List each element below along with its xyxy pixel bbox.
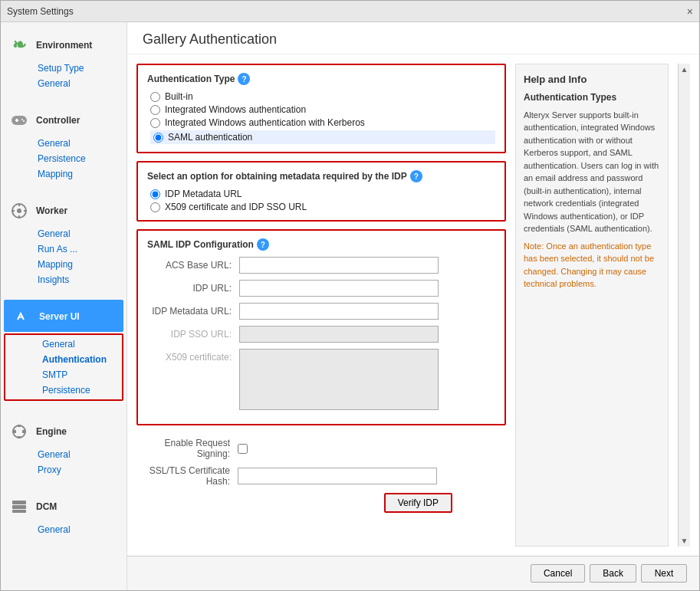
sidebar-category-server-ui: Server UI <box>4 300 123 332</box>
sidebar-item-dcm-general[interactable]: General <box>1 522 127 537</box>
extra-fields: Enable Request Signing: SSL/TLS Certific… <box>136 433 506 517</box>
idp-metadata-url-label: IDP Metadata URL: <box>147 306 239 317</box>
window-title: System Settings <box>7 6 74 17</box>
radio-x509[interactable]: X509 certificate and IDP SSO URL <box>150 202 495 212</box>
idp-url-input[interactable] <box>239 280 439 297</box>
acs-base-url-label: ACS Base URL: <box>147 260 239 271</box>
auth-type-help-icon[interactable]: ? <box>238 73 250 85</box>
radio-iwa-kerberos[interactable]: Integrated Windows authentication with K… <box>150 117 495 128</box>
radio-saml[interactable]: SAML authentication <box>150 130 495 144</box>
svg-rect-15 <box>18 425 21 427</box>
dcm-icon <box>7 494 31 519</box>
saml-config-help-icon[interactable]: ? <box>257 238 269 251</box>
enable-signing-checkbox[interactable] <box>238 444 248 454</box>
acs-base-url-row: ACS Base URL: <box>147 257 495 274</box>
idp-metadata-url-row: IDP Metadata URL: <box>147 303 495 320</box>
x509-cert-row: X509 certificate: <box>147 349 495 410</box>
engine-icon <box>7 419 31 444</box>
sidebar-section-controller: Controller General Persistence Mapping <box>1 97 127 188</box>
enable-signing-row: Enable Request Signing: <box>146 438 497 459</box>
acs-base-url-input[interactable] <box>239 257 439 274</box>
gamepad-icon <box>7 108 31 133</box>
svg-rect-16 <box>18 436 21 438</box>
sidebar-section-environment: ❧ Environment Setup Type General <box>1 22 127 97</box>
sidebar-item-serverui-smtp[interactable]: SMTP <box>5 367 122 383</box>
sidebar-item-worker-insights[interactable]: Insights <box>1 272 127 287</box>
ssl-cert-row: SSL/TLS Certificate Hash: <box>146 465 497 487</box>
svg-point-4 <box>23 120 25 122</box>
radio-idp-metadata-input[interactable] <box>150 189 160 199</box>
sidebar-item-worker-general[interactable]: General <box>1 226 127 241</box>
radio-saml-input[interactable] <box>153 133 163 143</box>
radio-builtin-input[interactable] <box>150 92 160 102</box>
sidebar-item-serverui-persistence[interactable]: Persistence <box>5 383 122 398</box>
sidebar-item-engine-proxy[interactable]: Proxy <box>1 462 127 478</box>
help-title: Help and Info <box>524 72 660 87</box>
saml-config-title: SAML IDP Configuration ? <box>147 238 495 251</box>
sidebar-item-serverui-general[interactable]: General <box>5 337 122 352</box>
cancel-button[interactable]: Cancel <box>531 564 585 583</box>
sidebar-section-server-ui: Server UI General Authentication SMTP Pe… <box>1 294 127 409</box>
svg-point-3 <box>21 119 23 120</box>
radio-iwa-kerberos-input[interactable] <box>150 118 160 128</box>
window: System Settings × ❧ Environment Setup Ty… <box>0 0 700 591</box>
svg-rect-19 <box>12 510 26 513</box>
verify-idp-button[interactable]: Verify IDP <box>384 493 452 513</box>
sidebar-item-engine-general[interactable]: General <box>1 447 127 462</box>
radio-builtin[interactable]: Built-in <box>150 91 495 102</box>
sidebar-item-controller-persistence[interactable]: Persistence <box>1 151 127 166</box>
sidebar-section-dcm: DCM General <box>1 484 127 543</box>
content-area: Gallery Authentication Authentication Ty… <box>127 22 699 590</box>
sidebar-category-engine: Engine <box>1 415 127 447</box>
radio-iwa-input[interactable] <box>150 105 160 115</box>
sidebar-category-environment: ❧ Environment <box>1 28 127 61</box>
metadata-help-icon[interactable]: ? <box>410 170 422 182</box>
svg-rect-13 <box>14 430 16 433</box>
sidebar-section-engine: Engine General Proxy <box>1 409 127 484</box>
scroll-up-arrow[interactable]: ▲ <box>681 65 688 74</box>
idp-sso-url-label: IDP SSO URL: <box>147 329 239 340</box>
metadata-title: Select an option for obtaining metadata … <box>147 170 495 182</box>
sidebar-category-worker: Worker <box>1 194 127 226</box>
idp-metadata-url-input[interactable] <box>239 303 439 320</box>
close-button[interactable]: × <box>687 5 693 18</box>
svg-rect-14 <box>22 430 25 433</box>
sidebar-item-worker-mapping[interactable]: Mapping <box>1 257 127 272</box>
idp-sso-url-input <box>239 326 439 343</box>
auth-type-title: Authentication Type ? <box>147 73 495 85</box>
svg-point-6 <box>17 208 21 213</box>
main-layout: ❧ Environment Setup Type General Control… <box>1 22 699 590</box>
metadata-radio-group: IDP Metadata URL X509 certificate and ID… <box>147 189 495 212</box>
content-body: Authentication Type ? Built-in Integrate… <box>127 54 699 556</box>
sidebar-section-worker: Worker General Run As ... Mapping Insigh… <box>1 188 127 294</box>
radio-idp-metadata[interactable]: IDP Metadata URL <box>150 189 495 199</box>
svg-rect-8 <box>18 215 20 218</box>
svg-rect-9 <box>12 210 15 212</box>
idp-sso-url-row: IDP SSO URL: <box>147 326 495 343</box>
sidebar-category-controller: Controller <box>1 103 127 136</box>
sidebar-item-environment-setup-type[interactable]: Setup Type <box>1 61 127 76</box>
page-title: Gallery Authentication <box>143 31 684 48</box>
help-panel: Help and Info Authentication Types Alter… <box>515 64 669 547</box>
radio-x509-input[interactable] <box>150 202 160 212</box>
sidebar-item-serverui-authentication[interactable]: Authentication <box>5 352 122 367</box>
footer: Cancel Back Next <box>127 556 699 590</box>
next-button[interactable]: Next <box>641 564 687 583</box>
sidebar-item-environment-general[interactable]: General <box>1 76 127 91</box>
scroll-down-arrow[interactable]: ▼ <box>681 537 688 545</box>
sidebar-item-controller-general[interactable]: General <box>1 136 127 151</box>
title-bar: System Settings × <box>1 1 699 22</box>
ssl-cert-input[interactable] <box>238 468 437 484</box>
content-header: Gallery Authentication <box>127 22 699 54</box>
radio-iwa[interactable]: Integrated Windows authentication <box>150 104 495 115</box>
back-button[interactable]: Back <box>590 564 636 583</box>
help-note: Note: Once an authentication type has be… <box>524 240 660 291</box>
sidebar-item-worker-runas[interactable]: Run As ... <box>1 241 127 257</box>
svg-rect-2 <box>16 119 18 122</box>
saml-config-section: SAML IDP Configuration ? ACS Base URL: I… <box>136 229 506 425</box>
sidebar-item-controller-mapping[interactable]: Mapping <box>1 166 127 182</box>
ssl-cert-label: SSL/TLS Certificate Hash: <box>146 465 238 487</box>
leaf-icon: ❧ <box>7 33 31 57</box>
verify-idp-container: Verify IDP <box>146 493 452 513</box>
paint-icon <box>10 304 35 329</box>
